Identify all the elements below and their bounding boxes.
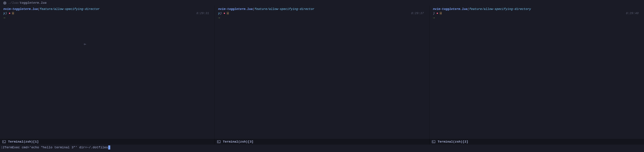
- git-dirty-icon: ●: [9, 11, 10, 16]
- command-line[interactable]: :2TermExec cmd='echo "hello terminal 3"'…: [0, 144, 644, 150]
- paren-open: (: [467, 8, 469, 11]
- project-name: nvim-toggleterm.lua: [3, 8, 38, 11]
- svg-rect-4: [432, 140, 435, 143]
- status-label: Terminal(zsh)[2]: [438, 140, 468, 144]
- cursor-block: [108, 146, 110, 150]
- svg-rect-2: [217, 140, 220, 143]
- box-icon: ⌸: [440, 12, 442, 15]
- main-split-area: nvim-toggleterm.lua(feature/allow-specif…: [0, 6, 644, 139]
- timestamp: 8:29:37: [411, 11, 426, 16]
- prompt-arrow-icon: →: [433, 16, 641, 20]
- git-branch: feature/allow-specifying-director: [254, 8, 314, 11]
- terminal-icon: [217, 140, 220, 143]
- box-icon: ⌸: [12, 12, 14, 15]
- paren-open: (: [38, 8, 40, 11]
- terminal-icon: [2, 140, 6, 143]
- prompt-arrow-icon: →: [218, 16, 426, 20]
- title-prefix: ./lua/: [8, 1, 20, 5]
- mouse-pointer-icon: ▻: [84, 42, 86, 46]
- project-name: nvim-toggleterm.lua: [218, 8, 252, 11]
- status-label: Terminal(zsh)[1]: [8, 140, 39, 144]
- terminal-pane-1[interactable]: nvim-toggleterm.lua(feature/allow-specif…: [0, 6, 215, 139]
- title-bar: ⬤ ./lua/ toggleterm.lua: [0, 0, 644, 6]
- project-name: nvim-toggleterm.lua: [433, 8, 467, 11]
- terminal-pane-2[interactable]: nvim-toggleterm.lua(feature/allow-specif…: [215, 6, 430, 139]
- paren-close: ): [433, 12, 435, 15]
- title-bullet: ⬤: [3, 1, 6, 5]
- timestamp: 8:29:40: [626, 11, 641, 16]
- terminal-icon: [432, 140, 435, 143]
- status-segment-3: Terminal(zsh)[2]: [430, 139, 644, 144]
- git-branch-tail: y: [218, 12, 220, 15]
- paren-open: (: [252, 8, 254, 11]
- git-dirty-icon: ●: [224, 11, 225, 16]
- prompt-block: nvim-toggleterm.lua(feature/allow-specif…: [0, 7, 214, 20]
- status-segment-2: Terminal(zsh)[3]: [215, 139, 430, 144]
- command-text: :2TermExec cmd='echo "hello terminal 3"'…: [1, 146, 108, 149]
- status-line: Terminal(zsh)[1] Terminal(zsh)[3] Termin…: [0, 139, 644, 144]
- paren-close: ): [5, 12, 7, 15]
- timestamp: 8:29:31: [196, 11, 211, 16]
- status-segment-1: Terminal(zsh)[1]: [0, 139, 215, 144]
- status-label: Terminal(zsh)[3]: [223, 140, 254, 144]
- paren-close: ): [220, 12, 222, 15]
- terminal-pane-3[interactable]: nvim-toggleterm.lua(feature/allow-specif…: [430, 6, 644, 139]
- title-file: toggleterm.lua: [20, 1, 46, 5]
- git-branch: feature/allow-specifying-director: [40, 8, 100, 11]
- prompt-block: nvim-toggleterm.lua(feature/allow-specif…: [215, 7, 429, 20]
- prompt-arrow-icon: →: [3, 16, 211, 20]
- git-branch: feature/allow-specifying-directory: [469, 8, 531, 11]
- git-dirty-icon: ●: [436, 11, 438, 16]
- prompt-block: nvim-toggleterm.lua(feature/allow-specif…: [430, 7, 644, 20]
- git-branch-tail: y: [3, 12, 5, 15]
- svg-rect-0: [2, 140, 6, 143]
- box-icon: ⌸: [227, 12, 228, 15]
